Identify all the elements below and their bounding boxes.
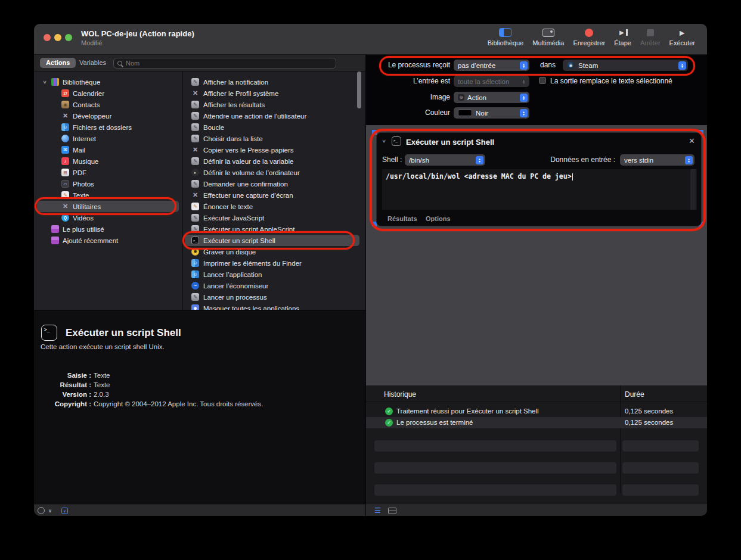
sidebar-item-label: Fichiers et dossiers: [73, 124, 132, 131]
action-list-item-imprimer-les-l-ments-du-finder[interactable]: Imprimer les éléments du Finder: [183, 257, 365, 269]
sidebar-item-biblioth-que[interactable]: > Bibliothèque: [34, 76, 182, 88]
history-column-divider[interactable]: [620, 385, 621, 493]
action-list-item-d-finir-le-volume-de-l-ordinat[interactable]: Définir le volume de l’ordinateur: [183, 167, 365, 178]
sidebar-item-d-veloppeur[interactable]: > Développeur: [34, 110, 182, 122]
shell-script-editor[interactable]: /usr/local/bin/wol <adresse MAC du PC de…: [382, 169, 697, 210]
action-list-item-choisir-dans-la-liste[interactable]: Choisir dans la liste: [183, 133, 365, 144]
shell-dropdown[interactable]: /bin/sh ▲▼: [405, 154, 485, 166]
right-bottom-bar: ☰: [366, 505, 707, 516]
history-row[interactable]: ✓ Le processus est terminé 0,125 seconde…: [366, 417, 707, 428]
action-list-item-noncer-le-texte[interactable]: Énoncer le texte: [183, 201, 365, 212]
chevron-down-icon[interactable]: ∨: [48, 508, 52, 514]
automator-window: WOL PC-de-jeu (Action rapide) Modifié Bi…: [34, 24, 707, 516]
action-list-item-effectuer-une-capture-d-cran[interactable]: Effectuer une capture d’écran: [183, 189, 365, 201]
sidebar-item-ajout-r-cemment[interactable]: > Ajouté récemment: [34, 235, 182, 246]
action-item-label: Copier vers le Presse-papiers: [203, 147, 293, 154]
action-list-item-demander-une-confirmation[interactable]: Demander une confirmation: [183, 178, 365, 189]
sidebar-item-label: Calendrier: [73, 90, 104, 97]
script-scrollbar[interactable]: [690, 169, 696, 210]
automator-icon: [191, 214, 199, 222]
sidebar-item-label: Ajouté récemment: [63, 237, 118, 244]
action-list-item-graver-un-disque[interactable]: Graver un disque: [183, 246, 365, 257]
action-list-item-attendre-une-action-de-l-utili[interactable]: Attendre une action de l’utilisateur: [183, 110, 365, 122]
sidebar-item-le-plus-utilis[interactable]: > Le plus utilisé: [34, 223, 182, 235]
zoom-traffic-light[interactable]: [65, 34, 72, 41]
record-toolbar-button[interactable]: Enregistrer: [573, 27, 605, 46]
action-list-item-lancer-l-conomiseur[interactable]: Lancer l’économiseur: [183, 280, 365, 291]
sidebar-item-contacts[interactable]: > Contacts: [34, 99, 182, 110]
videos-icon: [61, 214, 69, 222]
selection-dropdown: toute la sélection ▲▼: [454, 76, 529, 87]
xtools-icon: [191, 89, 199, 97]
application-dropdown[interactable]: Steam ▲▼: [563, 60, 688, 71]
color-dropdown[interactable]: Noir ▲▼: [454, 107, 529, 119]
black-color-swatch: [458, 110, 472, 116]
action-list-item-masquer-toutes-les-application[interactable]: Masquer toutes les applications: [183, 303, 365, 310]
column-divider: [182, 71, 183, 310]
disclosure-triangle-icon[interactable]: >: [42, 79, 48, 85]
action-list-item-boucle[interactable]: Boucle: [183, 122, 365, 133]
tab-actions[interactable]: Actions: [40, 58, 76, 68]
input-type-dropdown[interactable]: pas d’entrée ▲▼: [454, 60, 529, 71]
action-list-item-ex-cuter-javascript[interactable]: Exécuter JavaScript: [183, 212, 365, 223]
sidebar-item-musique[interactable]: > Musique: [34, 155, 182, 167]
developer-icon: [61, 112, 69, 120]
search-field[interactable]: [113, 58, 336, 69]
run-toolbar-button[interactable]: ► Exécuter: [669, 27, 695, 46]
results-tab[interactable]: Résultats: [387, 215, 417, 222]
actions-list: Afficher la notification Afficher le Pro…: [183, 71, 365, 310]
automator-icon: [191, 180, 199, 188]
sidebar-item-mail[interactable]: > Mail: [34, 144, 182, 155]
action-list-item-lancer-l-application[interactable]: Lancer l’application: [183, 269, 365, 280]
library-toolbar-button[interactable]: Bibliothèque: [488, 27, 524, 46]
history-row[interactable]: ✓ Traitement réussi pour Exécuter un scr…: [366, 406, 707, 417]
run-icon: ►: [678, 28, 686, 38]
sidebar-item-utilitaires[interactable]: > Utilitaires: [34, 201, 182, 212]
minimize-traffic-light[interactable]: [54, 34, 61, 41]
workflow-pane-toggle-icon[interactable]: ∨: [61, 508, 68, 514]
action-item-label: Exécuter un script Shell: [203, 237, 275, 244]
action-list-item-afficher-le-profil-syst-me[interactable]: Afficher le Profil système: [183, 88, 365, 99]
close-icon[interactable]: ✕: [689, 136, 695, 145]
sidebar-item-label: Utilitaires: [73, 203, 101, 210]
disclosure-chevron-icon[interactable]: >: [381, 139, 387, 142]
log-view-icon[interactable]: ☰: [374, 507, 381, 514]
media-toolbar-button[interactable]: Multimédia: [532, 27, 564, 46]
sidebar-list: > Bibliothèque > Calendrier > Contacts >: [34, 71, 182, 246]
sidebar-item-internet[interactable]: > Internet: [34, 133, 182, 144]
image-dropdown[interactable]: ⊖ Action ▲▼: [454, 92, 529, 103]
sidebar-item-fichiers-et-dossiers[interactable]: > Fichiers et dossiers: [34, 122, 182, 133]
action-list-item-ex-cuter-un-script-applescript[interactable]: Exécuter un script AppleScript: [183, 223, 365, 235]
search-input[interactable]: [125, 59, 332, 67]
sidebar-item-vid-os[interactable]: > Vidéos: [34, 212, 182, 223]
selection-handle[interactable]: [372, 130, 377, 135]
more-options-icon[interactable]: …: [38, 507, 45, 514]
sidebar-item-calendrier[interactable]: > Calendrier: [34, 88, 182, 99]
step-toolbar-button[interactable]: ► Étape: [614, 27, 631, 46]
quick-action-options: Le processus reçoit pas d’entrée ▲▼ dans…: [366, 55, 707, 125]
window-title-block: WOL PC-de-jeu (Action rapide) Modifié: [81, 29, 194, 46]
close-traffic-light[interactable]: [44, 34, 51, 41]
finder-icon: [191, 259, 199, 267]
swirl-icon: [191, 282, 199, 290]
action-list-item-afficher-la-notification[interactable]: Afficher la notification: [183, 76, 365, 88]
variables-view-icon[interactable]: [388, 508, 396, 514]
sidebar-item-pdf[interactable]: > PDF: [34, 167, 182, 178]
action-item-label: Afficher les résultats: [203, 101, 265, 108]
action-list-item-d-finir-la-valeur-de-la-variab[interactable]: Définir la valeur de la variable: [183, 155, 365, 167]
action-list-item-afficher-les-r-sultats[interactable]: Afficher les résultats: [183, 99, 365, 110]
color-label: Couleur: [371, 108, 450, 117]
history-header: Historique: [384, 390, 416, 399]
input-data-dropdown[interactable]: vers stdin ▲▼: [620, 154, 695, 166]
action-list-item-lancer-un-processus[interactable]: Lancer un processus: [183, 291, 365, 303]
stepper-icon: ▲▼: [520, 94, 528, 102]
action-list-item-copier-vers-le-presse-papiers[interactable]: Copier vers le Presse-papiers: [183, 144, 365, 155]
output-replaces-checkbox[interactable]: [539, 77, 546, 84]
sidebar-item-photos[interactable]: > Photos: [34, 178, 182, 189]
text-cursor: [572, 173, 573, 181]
sidebar-item-texte[interactable]: > Texte: [34, 189, 182, 201]
tab-variables[interactable]: Variables: [79, 59, 106, 66]
options-tab[interactable]: Options: [426, 215, 451, 222]
actions-list-scrollbar[interactable]: [357, 71, 361, 108]
action-list-item-ex-cuter-un-script-shell[interactable]: Exécuter un script Shell: [183, 235, 365, 246]
